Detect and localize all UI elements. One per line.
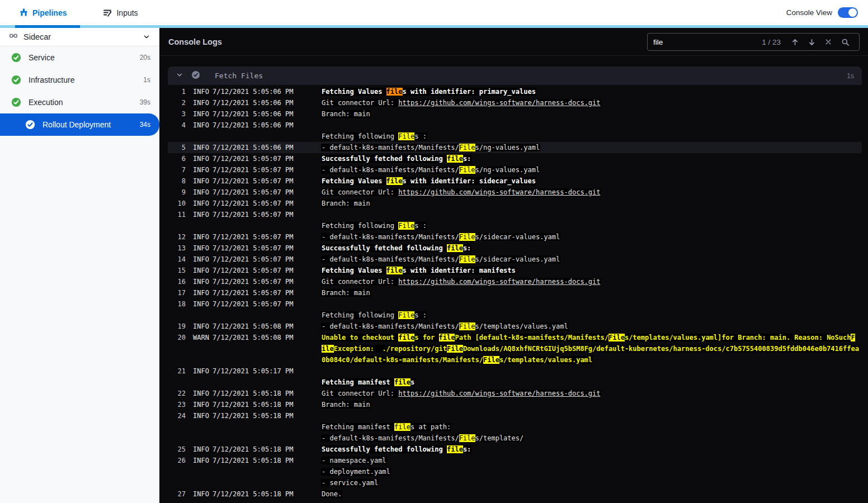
log-message-text: Fetching following Files : (321, 311, 427, 319)
log-message-text: - default-k8s-manifests/Manifests/Files/… (321, 434, 524, 442)
log-line: 26INFO7/12/2021 5:05:18 PM- namespace.ya… (168, 455, 862, 466)
log-message: Fetching Values files with identifier: p… (321, 86, 536, 97)
sidebar-item-label: Infrastructure (29, 75, 74, 84)
log-lines: 1INFO7/12/2021 5:05:06 PMFetching Values… (168, 85, 862, 500)
sidebar-item-rollout-deployment[interactable]: Rollout Deployment34s (0, 113, 159, 136)
log-timestamp: 7/12/2021 5:05:18 PM (213, 410, 294, 421)
log-line: 11INFO7/12/2021 5:05:07 PM (168, 209, 862, 220)
log-level (193, 343, 211, 354)
log-level: INFO (193, 153, 211, 164)
log-line: 16INFO7/12/2021 5:05:07 PMGit connector … (168, 276, 862, 287)
search-match: file (394, 378, 411, 386)
log-level: INFO (193, 175, 211, 187)
duration-badge: 39s (140, 98, 150, 106)
log-timestamp: 7/12/2021 5:05:08 PM (213, 321, 294, 332)
log-level (193, 131, 211, 142)
log-level: INFO (193, 231, 211, 243)
log-line: 15INFO7/12/2021 5:05:07 PMFetching Value… (168, 265, 862, 276)
log-level: INFO (193, 254, 211, 265)
log-message: - default-k8s-manifests/Manifests/Files/… (321, 142, 540, 153)
log-timestamp (213, 466, 294, 477)
search-match: File (447, 345, 463, 353)
log-level: INFO (193, 86, 211, 97)
log-line: 5INFO7/12/2021 5:05:06 PM- default-k8s-m… (168, 142, 862, 153)
log-timestamp: 7/12/2021 5:05:07 PM (213, 164, 294, 175)
sidebar-item-service[interactable]: Service20s (0, 46, 159, 69)
log-level: INFO (193, 108, 211, 120)
console-view-toggle[interactable] (838, 7, 858, 18)
line-number: 20 (168, 332, 186, 343)
log-message: Branch: main (321, 399, 371, 410)
log-message-text: Branch: main (321, 200, 371, 207)
line-number: 11 (168, 209, 186, 220)
log-message-text: Git connector Url: https://github.com/wi… (321, 99, 601, 107)
log-message: Successfully fetched following files: (321, 243, 471, 254)
log-link[interactable]: https://github.com/wings-software/harnes… (398, 188, 600, 196)
log-line: ileException: ./repository/gitFileDownlo… (168, 343, 862, 354)
log-line: 7INFO7/12/2021 5:05:07 PM- default-k8s-m… (168, 164, 862, 175)
log-level: INFO (193, 321, 211, 332)
line-number (168, 131, 186, 142)
log-timestamp: 7/12/2021 5:05:07 PM (213, 153, 294, 164)
active-tab-indicator (15, 25, 80, 28)
log-message-text: Git connector Url: https://github.com/wi… (321, 188, 601, 196)
log-message-text: Done. (321, 490, 342, 498)
log-level: INFO (193, 287, 211, 298)
next-match-icon[interactable] (803, 34, 820, 50)
log-line: 27INFO7/12/2021 5:05:18 PMDone. (168, 488, 862, 500)
log-message-text: Branch: main (321, 110, 371, 118)
log-message: Git connector Url: https://github.com/wi… (321, 388, 601, 399)
line-number (168, 433, 186, 444)
clear-search-icon[interactable] (820, 34, 837, 50)
log-link[interactable]: https://github.com/wings-software/harnes… (398, 278, 600, 286)
sidebar-item-label: Service (29, 53, 55, 62)
log-section-header[interactable]: Fetch Files 1s (168, 67, 862, 85)
log-message: - default-k8s-manifests/Manifests/Files/… (321, 254, 560, 265)
log-level (193, 377, 211, 388)
log-link[interactable]: https://github.com/wings-software/harnes… (398, 390, 600, 397)
sidebar-item-infrastructure[interactable]: Infrastructure1s (0, 69, 159, 91)
line-number: 5 (168, 142, 186, 153)
search-match: file (447, 155, 463, 163)
log-level (193, 466, 211, 477)
log-message-text: Fetching Values files with identifier: m… (321, 267, 516, 274)
chevron-down-icon[interactable] (143, 33, 150, 41)
sidebar-group-sidecar[interactable]: Sidecar (0, 28, 159, 46)
tab-label: Inputs (116, 8, 138, 17)
log-message: - default-k8s-manifests/Manifests/Files/… (321, 433, 524, 444)
prev-match-icon[interactable] (786, 34, 803, 50)
success-check-icon (11, 53, 21, 63)
log-timestamp (213, 343, 294, 354)
log-message: Unable to checkout files for filePath [d… (321, 332, 856, 343)
log-message: - default-k8s-manifests/Manifests/Files/… (321, 321, 569, 332)
tab-inputs[interactable]: Inputs (97, 0, 143, 25)
log-timestamp: 7/12/2021 5:05:07 PM (213, 276, 294, 287)
log-level: INFO (193, 164, 211, 175)
log-timestamp: 7/12/2021 5:05:07 PM (213, 287, 294, 298)
log-line: 17INFO7/12/2021 5:05:07 PMBranch: main (168, 287, 862, 298)
tab-pipelines[interactable]: Pipelines (14, 0, 72, 25)
log-message: Fetching Values files with identifier: m… (321, 265, 516, 276)
log-timestamp (213, 310, 294, 321)
log-message: Git connector Url: https://github.com/wi… (321, 187, 601, 198)
search-match: ile (322, 345, 334, 353)
log-link[interactable]: https://github.com/wings-software/harnes… (398, 99, 600, 107)
log-timestamp: 7/12/2021 5:05:06 PM (213, 142, 294, 153)
log-level (193, 310, 211, 321)
line-number: 16 (168, 276, 186, 287)
log-level: INFO (193, 298, 211, 310)
console-title: Console Logs (168, 37, 222, 46)
log-line: 10INFO7/12/2021 5:05:07 PMBranch: main (168, 198, 862, 209)
search-match: File (608, 334, 625, 341)
log-section-duration: 1s (847, 72, 854, 80)
search-input[interactable] (653, 38, 762, 46)
log-level (193, 421, 211, 433)
search-icon[interactable] (837, 34, 853, 50)
log-timestamp (213, 421, 294, 433)
collapse-chevron-icon[interactable] (176, 71, 183, 81)
sidebar-item-label: Execution (29, 98, 63, 107)
step-success-icon (191, 70, 200, 82)
search-match: File (398, 132, 414, 140)
sidebar-item-execution[interactable]: Execution39s (0, 91, 159, 113)
log-line: 23INFO7/12/2021 5:05:18 PMBranch: main (168, 399, 862, 410)
